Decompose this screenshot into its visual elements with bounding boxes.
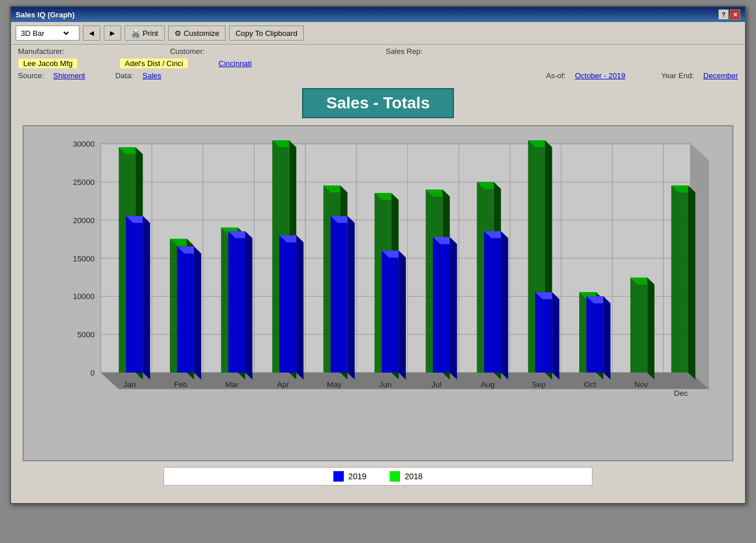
title-bar: Sales IQ (Graph) ? ✕ <box>11 7 745 22</box>
info-row-2: Lee Jacob Mfg Adel's Dist / Cinci Cincin… <box>18 58 738 69</box>
svg-marker-90 <box>604 296 610 380</box>
svg-rect-34 <box>126 216 143 373</box>
svg-rect-46 <box>228 231 245 373</box>
svg-text:Feb: Feb <box>174 380 187 389</box>
svg-text:Aug: Aug <box>481 380 495 389</box>
svg-rect-52 <box>279 235 296 373</box>
data-label: Data: <box>115 71 133 80</box>
print-button[interactable]: 🖨️ Print <box>125 25 165 41</box>
svg-text:Dec: Dec <box>674 389 688 398</box>
svg-rect-94 <box>671 185 688 373</box>
chart-type-select[interactable]: 3D Bar Bar Line Pie <box>19 28 71 38</box>
svg-text:Sep: Sep <box>532 380 546 389</box>
legend-label-2018: 2018 <box>405 472 423 481</box>
svg-marker-93 <box>647 278 654 380</box>
svg-text:Jun: Jun <box>379 380 392 389</box>
customer-value: Adel's Dist / Cinci <box>119 58 188 69</box>
svg-text:0: 0 <box>90 369 94 377</box>
close-button[interactable]: ✕ <box>730 9 740 20</box>
svg-rect-64 <box>382 250 399 373</box>
legend-2018: 2018 <box>390 471 423 482</box>
svg-marker-48 <box>245 231 252 380</box>
customer-label: Customer: <box>170 47 205 56</box>
svg-rect-58 <box>330 216 347 373</box>
svg-marker-72 <box>450 237 457 380</box>
clipboard-button[interactable]: Copy To Clipboard <box>229 25 304 41</box>
svg-text:30000: 30000 <box>73 140 94 148</box>
svg-marker-78 <box>501 231 508 380</box>
svg-text:20000: 20000 <box>73 216 94 225</box>
source-label: Source: <box>18 71 44 80</box>
next-button[interactable]: ► <box>104 25 121 41</box>
svg-text:10000: 10000 <box>73 293 94 301</box>
chart-title-wrapper: Sales - Totals <box>23 88 733 118</box>
legend-swatch-2018 <box>390 471 400 482</box>
info-row-3: Source: Shipment Data: Sales As-of: Octo… <box>18 71 738 80</box>
help-button[interactable]: ? <box>718 9 729 20</box>
svg-marker-96 <box>688 185 695 380</box>
customer-city[interactable]: Cincinnati <box>219 59 252 68</box>
title-bar-buttons: ? ✕ <box>718 9 740 20</box>
printer-icon: 🖨️ <box>131 29 140 38</box>
svg-text:Nov: Nov <box>634 380 648 389</box>
svg-marker-36 <box>143 216 150 380</box>
svg-marker-60 <box>347 216 354 380</box>
svg-text:Jul: Jul <box>431 380 441 389</box>
prev-button[interactable]: ◄ <box>83 25 100 41</box>
svg-rect-40 <box>177 246 194 373</box>
customize-icon: ⚙ <box>175 29 181 38</box>
source-value[interactable]: Shipment <box>53 71 85 80</box>
svg-rect-76 <box>484 231 501 373</box>
chart-area: 30000 25000 20000 15000 10000 5000 0 <box>23 125 733 461</box>
yearend-value[interactable]: December <box>703 71 738 80</box>
chart-svg: 30000 25000 20000 15000 10000 5000 0 <box>59 138 721 425</box>
chart-title: Sales - Totals <box>302 88 454 118</box>
svg-rect-91 <box>630 278 647 373</box>
svg-rect-88 <box>586 296 603 373</box>
svg-text:15000: 15000 <box>73 254 94 263</box>
info-bar: Manufacturer: Customer: Sales Rep: Lee J… <box>11 45 745 80</box>
asof-value[interactable]: October - 2019 <box>575 71 626 80</box>
main-window: Sales IQ (Graph) ? ✕ 3D Bar Bar Line Pie… <box>10 6 746 504</box>
customize-button[interactable]: ⚙ Customize <box>168 25 226 41</box>
svg-text:Mar: Mar <box>225 380 239 389</box>
svg-marker-54 <box>296 235 303 380</box>
asof-label: As-of: <box>546 71 566 80</box>
manufacturer-value: Lee Jacob Mfg <box>18 58 78 69</box>
legend-label-2019: 2019 <box>348 472 366 481</box>
legend-2019: 2019 <box>333 471 366 482</box>
window-title: Sales IQ (Graph) <box>16 10 75 19</box>
salesrep-label: Sales Rep: <box>386 47 423 56</box>
svg-text:Jan: Jan <box>123 380 136 389</box>
data-value[interactable]: Sales <box>143 71 162 80</box>
svg-text:May: May <box>327 380 342 389</box>
info-row-1: Manufacturer: Customer: Sales Rep: <box>18 47 738 56</box>
legend-bar: 2019 2018 <box>163 467 593 486</box>
svg-rect-70 <box>433 237 450 373</box>
svg-rect-82 <box>535 292 552 373</box>
svg-marker-84 <box>552 292 559 380</box>
svg-text:5000: 5000 <box>77 330 94 339</box>
svg-text:Apr: Apr <box>277 380 290 389</box>
svg-text:25000: 25000 <box>73 178 94 187</box>
manufacturer-label: Manufacturer: <box>18 47 64 56</box>
legend-swatch-2019 <box>333 471 344 482</box>
svg-marker-42 <box>194 246 201 380</box>
svg-marker-66 <box>399 250 406 380</box>
yearend-label: Year End: <box>661 71 694 80</box>
chart-container: Sales - Totals <box>11 82 745 503</box>
toolbar: 3D Bar Bar Line Pie ◄ ► 🖨️ Print ⚙ Custo… <box>11 22 745 45</box>
svg-text:Oct: Oct <box>584 380 596 389</box>
chart-type-combo[interactable]: 3D Bar Bar Line Pie <box>16 25 79 41</box>
